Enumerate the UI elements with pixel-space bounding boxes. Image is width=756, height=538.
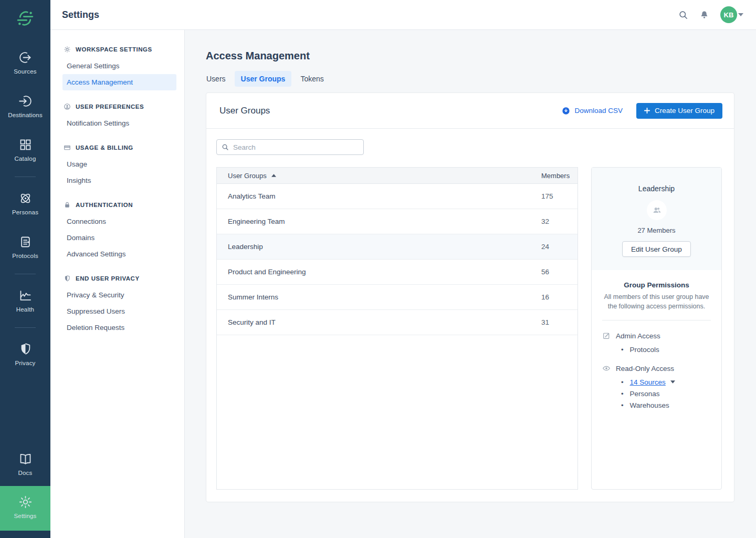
download-csv-label: Download CSV <box>574 107 623 115</box>
sidebar-item-usage[interactable]: Usage <box>62 156 176 172</box>
column-header-members: Members <box>541 172 578 180</box>
divider <box>15 177 36 177</box>
nav-item-label: Destinations <box>8 112 43 118</box>
table-row[interactable]: Analytics Team175 <box>217 184 578 209</box>
edit-square-icon <box>602 332 611 340</box>
sources-link[interactable]: 14 Sources <box>630 378 666 386</box>
sidebar-item-connections[interactable]: Connections <box>62 213 176 230</box>
sidebar-section-title: END USER PRIVACY <box>76 275 140 282</box>
table-row[interactable]: Security and IT31 <box>217 310 578 335</box>
main-content: Access Management UsersUser GroupsTokens… <box>185 30 756 538</box>
sidebar-section-title: USAGE & BILLING <box>76 144 133 151</box>
table-header-row: User Groups Members <box>217 168 578 184</box>
nav-item-health[interactable]: Health <box>0 279 50 323</box>
permission-list: Protocols <box>602 344 711 355</box>
sidebar-item-suppressed-users[interactable]: Suppressed Users <box>62 303 176 319</box>
edit-user-group-button[interactable]: Edit User Group <box>622 241 691 257</box>
caret-down-icon[interactable] <box>670 380 675 384</box>
group-permissions-section: Group Permissions All members of this us… <box>592 270 721 431</box>
sort-ascending-icon <box>271 174 276 177</box>
table-row[interactable]: Engineering Team32 <box>217 209 578 234</box>
permission-item-label: Warehouses <box>630 401 669 409</box>
sidebar-item-general-settings[interactable]: General Settings <box>62 58 176 74</box>
lock-icon <box>64 201 71 209</box>
download-csv-link[interactable]: Download CSV <box>562 107 623 115</box>
avatar-initials: KB <box>724 11 734 19</box>
permission-block-header: Read-Only Access <box>602 364 711 373</box>
sidebar-section-user-preferences: USER PREFERENCESNotification Settings <box>64 103 171 131</box>
docs-icon <box>18 452 33 466</box>
column-header-user-groups[interactable]: User Groups <box>228 172 541 180</box>
gear-icon <box>64 46 71 53</box>
detail-panel-header: Leadership 27 Members <box>592 168 721 270</box>
shield-icon <box>64 275 71 282</box>
permissions-description: All members of this user group have the … <box>602 292 711 311</box>
permission-block-header: Admin Access <box>602 332 711 340</box>
tab-user-groups[interactable]: User Groups <box>235 71 292 87</box>
page-title: Settings <box>62 9 99 20</box>
members-count-cell: 175 <box>541 192 578 200</box>
member-count: 27 Members <box>597 226 716 234</box>
create-user-group-label: Create User Group <box>655 107 715 115</box>
avatar[interactable]: KB <box>720 6 737 23</box>
sidebar-item-advanced-settings[interactable]: Advanced Settings <box>62 246 176 262</box>
catalog-icon <box>18 138 33 152</box>
destinations-icon <box>18 94 33 108</box>
nav-item-privacy[interactable]: Privacy <box>0 333 50 376</box>
nav-item-label: Settings <box>14 513 36 519</box>
permission-item: Protocols <box>621 344 711 355</box>
tab-bar: UsersUser GroupsTokens <box>200 71 734 87</box>
search-icon[interactable] <box>678 10 688 20</box>
download-icon <box>562 107 570 115</box>
card-title: User Groups <box>219 106 270 116</box>
nav-item-docs[interactable]: Docs <box>0 442 50 486</box>
nav-item-catalog[interactable]: Catalog <box>0 128 50 172</box>
sidebar-section-title: AUTHENTICATION <box>76 202 133 208</box>
search-input[interactable] <box>233 143 359 151</box>
privacy-icon <box>18 342 33 356</box>
table-row[interactable]: Leadership24 <box>217 234 578 260</box>
nav-item-label: Docs <box>18 470 32 476</box>
sidebar-section-header: USER PREFERENCES <box>64 103 171 110</box>
sidebar-item-domains[interactable]: Domains <box>62 230 176 246</box>
health-icon <box>18 288 33 303</box>
people-icon <box>652 205 662 215</box>
tab-users[interactable]: Users <box>200 71 232 87</box>
nav-item-label: Privacy <box>15 360 35 366</box>
sidebar-item-access-management[interactable]: Access Management <box>62 74 176 90</box>
group-name-cell: Leadership <box>228 243 541 251</box>
nav-item-label: Personas <box>12 209 38 215</box>
tab-tokens[interactable]: Tokens <box>294 71 330 87</box>
permission-item: Warehouses <box>621 399 711 411</box>
nav-item-personas[interactable]: Personas <box>0 182 50 225</box>
permission-block-label: Read-Only Access <box>616 365 674 373</box>
user-groups-table: User Groups Members Analytics Team175Eng… <box>216 167 578 490</box>
create-user-group-button[interactable]: Create User Group <box>636 103 722 119</box>
sidebar-item-privacy-security[interactable]: Privacy & Security <box>62 287 176 303</box>
nav-item-protocols[interactable]: Protocols <box>0 225 50 269</box>
sidebar-item-deletion-requests[interactable]: Deletion Requests <box>62 319 176 336</box>
members-count-cell: 32 <box>541 218 578 225</box>
nav-item-settings[interactable]: Settings <box>0 486 50 531</box>
notifications-bell-icon[interactable] <box>699 10 709 20</box>
top-header: Settings KB <box>50 0 756 30</box>
avatar-caret-down-icon[interactable] <box>738 13 743 16</box>
nav-item-label: Protocols <box>12 253 38 259</box>
sidebar-item-insights[interactable]: Insights <box>62 172 176 189</box>
nav-item-sources[interactable]: Sources <box>0 41 50 85</box>
permissions-title: Group Permissions <box>602 281 711 289</box>
user-groups-card: User Groups Download CSV <box>206 92 734 502</box>
sidebar-item-notification-settings[interactable]: Notification Settings <box>62 115 176 131</box>
permission-item: 14 Sources <box>621 376 711 388</box>
table-row[interactable]: Summer Interns16 <box>217 285 578 310</box>
nav-item-destinations[interactable]: Destinations <box>0 85 50 128</box>
permission-block-admin-access: Admin AccessProtocols <box>602 332 711 355</box>
nav-item-label: Sources <box>14 68 37 75</box>
permission-item-label: Protocols <box>630 346 659 354</box>
table-row[interactable]: Product and Engineering56 <box>217 260 578 285</box>
sidebar-section-header: USAGE & BILLING <box>64 144 171 151</box>
search-icon <box>222 143 229 151</box>
group-name: Leadership <box>597 184 716 193</box>
segment-logo-icon[interactable] <box>16 9 34 29</box>
sources-icon <box>18 50 33 65</box>
